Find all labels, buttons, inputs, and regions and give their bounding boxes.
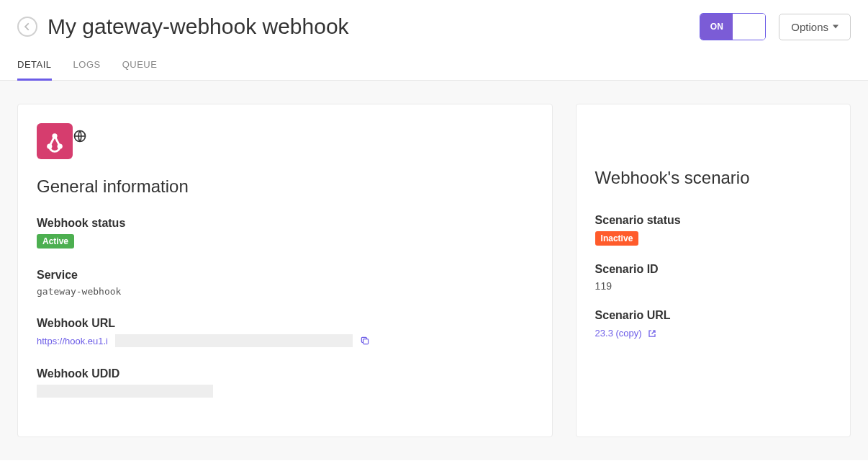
copy-url-button[interactable] [360,336,370,346]
scenario-id-value: 119 [595,280,831,292]
webhook-status-label: Webhook status [37,217,533,230]
toggle-on-label: ON [700,14,733,40]
tab-detail[interactable]: DETAIL [17,53,52,80]
service-label: Service [37,269,533,282]
page-header: My gateway-webhook webhook ON Options [0,0,868,46]
copy-icon [360,336,370,346]
globe-icon [73,129,87,143]
scenario-card: Webhook's scenario Scenario status Inact… [576,104,851,437]
scenario-url-link[interactable]: 23.3 (copy) [595,328,656,339]
external-link-icon [648,329,656,338]
back-button[interactable] [17,17,37,37]
options-label: Options [791,21,828,33]
caret-down-icon [833,24,838,29]
webhook-status-field: Webhook status Active [37,217,533,249]
webhook-url-field: Webhook URL https://hook.eu1.i [37,317,533,347]
icon-row [37,123,533,159]
tab-queue[interactable]: QUEUE [122,53,158,80]
header-left: My gateway-webhook webhook [17,14,349,39]
scenario-id-label: Scenario ID [595,263,831,276]
webhook-url-label: Webhook URL [37,317,533,330]
header-right: ON Options [700,13,851,40]
url-row: https://hook.eu1.i [37,334,533,347]
tabs-bar: DETAIL LOGS QUEUE [0,46,868,81]
tab-logs[interactable]: LOGS [73,53,101,80]
service-field: Service gateway-webhook [37,269,533,297]
service-value: gateway-webhook [37,286,533,297]
status-toggle[interactable]: ON [700,13,766,40]
general-info-card: General information Webhook status Activ… [17,104,553,437]
page-title: My gateway-webhook webhook [48,14,349,39]
svg-rect-4 [363,339,369,344]
url-prefix[interactable]: https://hook.eu1.i [37,336,108,346]
webhook-udid-field: Webhook UDID [37,367,533,398]
arrow-left-icon [22,22,32,32]
scenario-url-text: 23.3 (copy) [595,328,642,339]
webhook-udid-label: Webhook UDID [37,367,533,380]
scenario-url-label: Scenario URL [595,309,831,322]
scenario-status-field: Scenario status Inactive [595,214,831,246]
scenario-status-badge: Inactive [595,231,639,246]
scenario-section-title: Webhook's scenario [595,168,831,188]
webhook-icon [37,123,73,159]
scenario-id-field: Scenario ID 119 [595,263,831,292]
scenario-status-label: Scenario status [595,214,831,227]
content-area: General information Webhook status Activ… [0,81,868,460]
options-button[interactable]: Options [779,14,851,40]
scenario-url-field: Scenario URL 23.3 (copy) [595,309,831,339]
general-section-title: General information [37,176,533,197]
url-redacted [115,334,353,347]
status-badge: Active [37,234,74,249]
udid-redacted [37,385,213,398]
toggle-off-handle [733,14,765,40]
